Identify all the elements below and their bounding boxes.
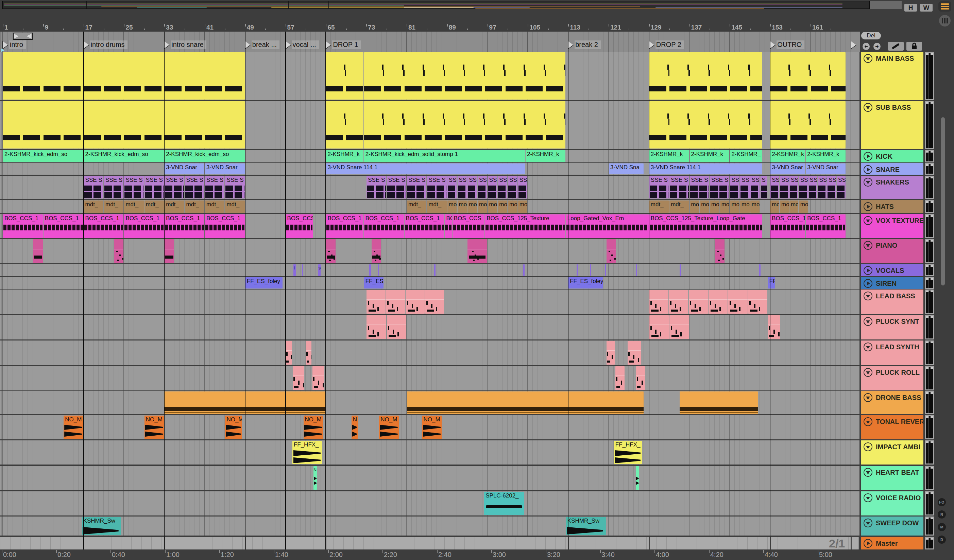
clip[interactable]: SPLC-6202_ <box>484 492 524 515</box>
clip[interactable]: SS <box>837 176 846 198</box>
clip[interactable]: 2-KSHMR_kick_edm_so <box>165 150 245 162</box>
track-header-sweep-dow[interactable]: SWEEP DOW <box>861 516 923 535</box>
fold-open-icon[interactable] <box>864 518 872 527</box>
locator-break-2[interactable]: break 2 <box>568 40 601 50</box>
clip[interactable]: s <box>318 264 321 276</box>
fold-open-icon[interactable] <box>864 292 872 300</box>
undo-arrow-icon[interactable]: ➜ <box>862 43 870 50</box>
clip[interactable]: SS <box>770 176 779 198</box>
track-header-shakers[interactable]: SHAKERS <box>861 176 923 199</box>
clip[interactable] <box>286 341 292 365</box>
lane-tonal-rever[interactable]: NO_MNO_MNO_MNO_MNNO_MNO_M <box>0 415 859 439</box>
clip[interactable]: FF_ES <box>364 277 383 288</box>
clip[interactable] <box>523 264 525 276</box>
clip[interactable]: SS <box>730 176 739 198</box>
clip[interactable]: mdt_ <box>427 201 446 213</box>
clip[interactable]: BOS_CCS_1 <box>44 215 83 238</box>
clip[interactable]: BOS_CCS_1 <box>326 215 363 238</box>
fold-closed-icon[interactable] <box>864 165 872 174</box>
clip[interactable] <box>669 315 689 339</box>
clip[interactable] <box>636 264 637 276</box>
clip[interactable]: mo <box>508 201 518 213</box>
clip[interactable]: BOS_CCS_125_Texture <box>485 215 565 238</box>
fold-open-icon[interactable] <box>864 241 872 250</box>
fold-open-icon[interactable] <box>864 317 872 326</box>
locator-intro[interactable]: intro <box>3 40 26 50</box>
fold-closed-icon[interactable] <box>864 279 872 288</box>
clip[interactable]: mo <box>720 201 730 213</box>
fold-open-icon[interactable] <box>864 442 872 451</box>
clip[interactable]: SSE S <box>427 176 446 198</box>
clip[interactable] <box>405 290 425 314</box>
clip[interactable]: mdt_ <box>185 201 204 213</box>
lane-sweep-dow[interactable]: KSHMR_SwKSHMR_Sw <box>0 516 859 535</box>
clip[interactable]: mdt_ <box>649 201 669 213</box>
clip[interactable]: SS <box>458 176 467 198</box>
hamburger-icon[interactable] <box>938 2 951 12</box>
mixer-columns-icon[interactable] <box>939 15 951 26</box>
clip[interactable]: 3-VND Snare 114 1 <box>649 163 762 174</box>
clip[interactable] <box>649 290 669 314</box>
clip[interactable]: mo <box>468 201 477 213</box>
clip[interactable]: 3-VND Snar <box>770 163 805 174</box>
clip[interactable] <box>364 52 565 100</box>
track-header-lead-synth[interactable]: LEAD SYNTH <box>861 341 923 365</box>
clip[interactable] <box>590 264 591 276</box>
clip[interactable] <box>628 341 641 365</box>
loop-brace-icon[interactable] <box>13 33 33 40</box>
fold-closed-icon[interactable] <box>864 202 872 211</box>
clip[interactable] <box>378 264 379 276</box>
clip[interactable]: l <box>293 264 296 276</box>
track-header-piano[interactable]: PIANO <box>861 239 923 263</box>
lane-pluck-roll[interactable] <box>0 366 859 390</box>
clip[interactable] <box>689 290 708 314</box>
fold-open-icon[interactable] <box>864 103 872 112</box>
clip[interactable]: 2-KSHMR_k <box>649 150 689 162</box>
lane-heart-beat[interactable]: N <box>0 466 859 490</box>
clip[interactable]: SS <box>827 176 836 198</box>
fold-open-icon[interactable] <box>864 368 872 377</box>
clip[interactable] <box>366 315 386 339</box>
clip[interactable] <box>616 366 624 390</box>
track-header-vox-texture[interactable]: VOX TEXTURE <box>861 214 923 238</box>
track-header-main-bass[interactable]: MAIN BASS <box>861 52 923 100</box>
clip[interactable]: mo <box>518 201 528 213</box>
clip[interactable] <box>366 290 385 314</box>
clip[interactable]: SS <box>750 176 760 198</box>
clip[interactable] <box>326 52 363 100</box>
fold-open-icon[interactable] <box>864 342 872 352</box>
clip[interactable] <box>606 341 615 365</box>
clip[interactable]: mo <box>770 201 779 213</box>
fold-open-icon[interactable] <box>864 178 872 187</box>
clip[interactable]: KSHMR_Sw <box>566 517 606 535</box>
clip[interactable] <box>709 290 728 314</box>
clip[interactable]: mdt_ <box>124 201 143 213</box>
lane-siren[interactable]: FF_ES_foleyFF_ESFF_ES_foleyFF <box>0 277 859 289</box>
clip[interactable]: 2-KSHMR_k <box>525 150 565 162</box>
track-header-voice-radio[interactable]: VOICE RADIO <box>861 492 923 515</box>
clip[interactable] <box>649 52 762 100</box>
fixed-grid-h-button[interactable]: H <box>904 4 917 12</box>
clip[interactable]: BOS_CCS <box>286 215 313 238</box>
clip[interactable]: mo <box>700 201 709 213</box>
clip[interactable]: 2-KSHMR_kick_edm_so <box>3 150 83 162</box>
clip[interactable]: BOS_CCS_1 <box>84 215 124 238</box>
clip[interactable]: FF_HFX_ <box>614 441 642 464</box>
track-header-tonal-rever[interactable]: TONAL REVER <box>861 415 923 439</box>
clip[interactable] <box>326 239 335 263</box>
clip[interactable]: SS <box>518 176 528 198</box>
clip[interactable] <box>577 264 578 276</box>
clip[interactable]: SSE S <box>710 176 729 198</box>
clip[interactable]: SSE S <box>407 176 426 198</box>
scrub-locator-lane[interactable]: introintro drumsintro snarebreak ...voca… <box>0 32 860 52</box>
clip[interactable] <box>407 392 644 414</box>
clip[interactable] <box>759 264 761 276</box>
clip[interactable]: mo <box>478 201 487 213</box>
clip[interactable] <box>468 239 487 263</box>
lane-snare[interactable]: 3-VND Snar3-VND Snar3-VND Snare 114 13-V… <box>0 163 859 175</box>
clip[interactable]: 3-VND Snar <box>205 163 245 174</box>
clip[interactable]: SS <box>780 176 789 198</box>
clip[interactable]: SS <box>498 176 507 198</box>
clip[interactable]: 2-KSHMR_k <box>326 150 363 162</box>
clip[interactable]: 2-KSHMR_kick_edm_solid_stomp 1 <box>364 150 525 162</box>
